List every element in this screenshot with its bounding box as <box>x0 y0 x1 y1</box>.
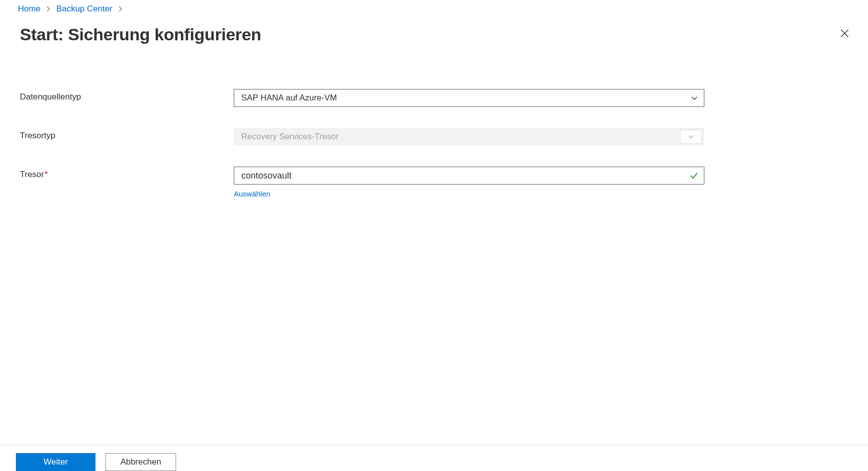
label-datasource-type: Datenquellentyp <box>20 89 234 102</box>
breadcrumb: Home Backup Center <box>0 0 868 14</box>
select-datasource-type-value: SAP HANA auf Azure-VM <box>241 93 337 103</box>
row-vault: Tresor* contosovault Auswählen <box>20 167 850 198</box>
input-vault[interactable]: contosovault <box>234 167 704 185</box>
label-vault-text: Tresor <box>20 170 44 179</box>
cancel-button[interactable]: Abbrechen <box>105 453 176 471</box>
chevron-right-icon <box>45 5 51 13</box>
checkmark-icon <box>689 171 699 181</box>
select-datasource-type[interactable]: SAP HANA auf Azure-VM <box>234 89 704 107</box>
required-indicator: * <box>45 170 48 179</box>
blade-header: Start: Sicherung konfigurieren <box>0 14 868 44</box>
label-vault-type: Tresortyp <box>20 128 234 141</box>
row-datasource-type: Datenquellentyp SAP HANA auf Azure-VM <box>20 89 850 107</box>
page-title: Start: Sicherung konfigurieren <box>20 25 261 44</box>
close-icon <box>839 28 850 39</box>
select-vault-type-value: Recovery Services-Tresor <box>241 132 339 142</box>
chevron-right-icon <box>117 5 123 13</box>
label-vault: Tresor* <box>20 167 234 180</box>
breadcrumb-link-backup-center[interactable]: Backup Center <box>56 4 112 14</box>
form-area: Datenquellentyp SAP HANA auf Azure-VM Tr… <box>0 44 868 198</box>
link-select-vault[interactable]: Auswählen <box>234 189 270 198</box>
select-vault-type: Recovery Services-Tresor <box>234 128 704 146</box>
row-vault-type: Tresortyp Recovery Services-Tresor <box>20 128 850 146</box>
footer-actions: Weiter Abbrechen <box>0 445 868 471</box>
breadcrumb-link-home[interactable]: Home <box>18 4 40 14</box>
chevron-down-icon <box>690 94 699 102</box>
chevron-down-icon <box>680 130 702 144</box>
close-button[interactable] <box>839 28 850 39</box>
continue-button[interactable]: Weiter <box>16 453 96 471</box>
input-vault-value: contosovault <box>241 171 291 181</box>
